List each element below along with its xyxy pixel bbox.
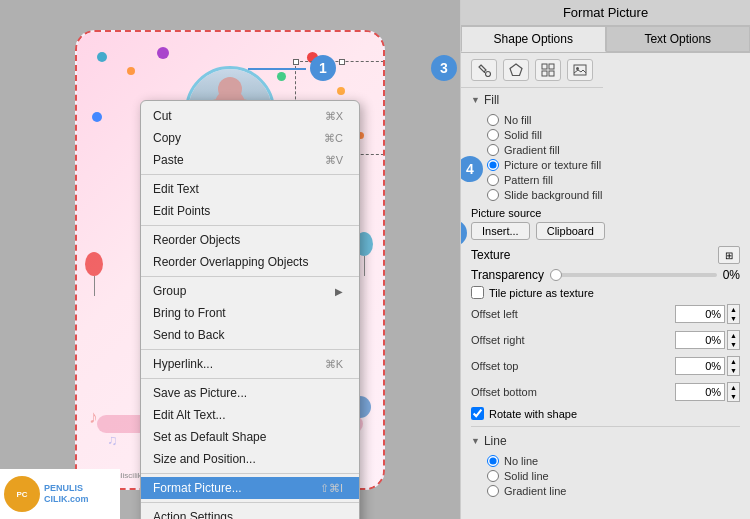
handle-tl[interactable] [293,59,299,65]
radio-solid-fill[interactable] [487,129,499,141]
menu-bring-front[interactable]: Bring to Front [141,302,359,324]
menu-paste[interactable]: Paste ⌘V [141,149,359,171]
offset-left-input[interactable] [675,305,725,323]
offset-bottom-input-group: ▲▼ [675,382,740,402]
icon-toolbar-container: 3 [461,53,750,88]
offset-left-label: Offset left [471,308,518,320]
offset-bottom-spinner[interactable]: ▲▼ [727,382,740,402]
pentagon-icon[interactable] [503,59,529,81]
texture-icon-btn[interactable]: ⊞ [718,246,740,264]
menu-edit-points[interactable]: Edit Points [141,200,359,222]
paint-bucket-icon[interactable] [471,59,497,81]
offset-right-input[interactable] [675,331,725,349]
section-divider [471,426,740,427]
radio-gradient-line[interactable] [487,485,499,497]
menu-default-shape[interactable]: Set as Default Shape [141,426,359,448]
badge-4: 4 [461,156,483,182]
separator-7 [141,502,359,503]
separator-6 [141,473,359,474]
rotate-checkbox-row: Rotate with shape [471,405,740,422]
offset-bottom-label: Offset bottom [471,386,537,398]
offset-right-spinner[interactable]: ▲▼ [727,330,740,350]
slider-thumb[interactable] [550,269,562,281]
badge-1: 1 [310,55,336,81]
radio-solid-line[interactable] [487,470,499,482]
radio-no-fill[interactable] [487,114,499,126]
menu-action-settings[interactable]: Action Settings... [141,506,359,519]
menu-edit-alt[interactable]: Edit Alt Text... [141,404,359,426]
offset-left-spinner[interactable]: ▲▼ [727,304,740,324]
fill-section-header[interactable]: Fill [471,90,740,110]
svg-point-0 [486,72,491,77]
fill-pattern: Pattern fill [487,172,724,187]
transparency-value: 0% [723,268,740,282]
line-section-header[interactable]: Line [471,431,740,451]
arrow-group: ▶ [335,286,343,297]
menu-edit-text[interactable]: Edit Text [141,178,359,200]
shortcut-format: ⇧⌘I [320,482,343,495]
radio-no-line[interactable] [487,455,499,467]
clipboard-button[interactable]: Clipboard [536,222,605,240]
menu-reorder-objects[interactable]: Reorder Objects [141,229,359,251]
label-no-fill: No fill [504,114,532,126]
label-solid-line: Solid line [504,470,549,482]
menu-copy[interactable]: Copy ⌘C [141,127,359,149]
radio-picture-fill[interactable] [487,159,499,171]
transparency-slider[interactable] [550,273,717,277]
label-gradient-fill: Gradient fill [504,144,560,156]
label-slide-bg-fill: Slide background fill [504,189,602,201]
line-options: No line Solid line Gradient line [471,451,740,500]
menu-send-back[interactable]: Send to Back [141,324,359,346]
svg-rect-2 [542,64,547,69]
svg-rect-3 [549,64,554,69]
menu-save-picture[interactable]: Save as Picture... [141,382,359,404]
offset-right-label: Offset right [471,334,525,346]
insert-button[interactable]: Insert... [471,222,530,240]
logo-text: PENULIS CILIK.com [44,483,89,505]
fill-options: No fill Solid fill Gradient fill 4 Pictu… [471,110,740,204]
badge-5: 5 [461,220,467,246]
menu-size-position[interactable]: Size and Position... [141,448,359,470]
grid-icon[interactable] [535,59,561,81]
line-no-line: No line [487,453,724,468]
image-icon[interactable] [567,59,593,81]
menu-format-picture[interactable]: Format Picture... ⇧⌘I [141,477,359,499]
right-panel: Format Picture Shape Options Text Option… [460,0,750,519]
menu-reorder-overlapping[interactable]: Reorder Overlapping Objects [141,251,359,273]
offset-right-input-group: ▲▼ [675,330,740,350]
svg-rect-5 [549,71,554,76]
handle-tc[interactable] [339,59,345,65]
tab-row: Shape Options Text Options [461,26,750,53]
fill-no-fill: No fill [487,112,724,127]
fill-picture: Picture or texture fill [487,157,724,172]
svg-rect-4 [542,71,547,76]
svg-marker-1 [510,64,522,76]
icon-row [461,53,603,88]
logo-icon: PC [4,476,40,512]
tile-checkbox[interactable] [471,286,484,299]
logo-area: PC PENULIS CILIK.com [0,469,120,519]
offset-top-spinner[interactable]: ▲▼ [727,356,740,376]
radio-pattern-fill[interactable] [487,174,499,186]
menu-group[interactable]: Group ▶ [141,280,359,302]
radio-slide-bg-fill[interactable] [487,189,499,201]
tab-shape-options[interactable]: Shape Options [461,26,606,52]
format-picture-header: Format Picture [461,0,750,26]
texture-label: Texture [471,248,510,262]
picture-source-buttons-container: 5 Insert... Clipboard [471,222,740,240]
label-pattern-fill: Pattern fill [504,174,553,186]
shortcut-paste: ⌘V [325,154,343,167]
offset-left-input-group: ▲▼ [675,304,740,324]
offset-bottom-input[interactable] [675,383,725,401]
badge-3: 3 [431,55,457,81]
radio-gradient-fill[interactable] [487,144,499,156]
offset-top-input[interactable] [675,357,725,375]
menu-hyperlink[interactable]: Hyperlink... ⌘K [141,353,359,375]
rotate-label: Rotate with shape [489,408,577,420]
separator-1 [141,174,359,175]
tab-text-options[interactable]: Text Options [606,26,751,52]
tile-label: Tile picture as texture [489,287,594,299]
menu-cut[interactable]: Cut ⌘X [141,105,359,127]
rotate-checkbox[interactable] [471,407,484,420]
tile-checkbox-row: Tile picture as texture [471,284,740,301]
